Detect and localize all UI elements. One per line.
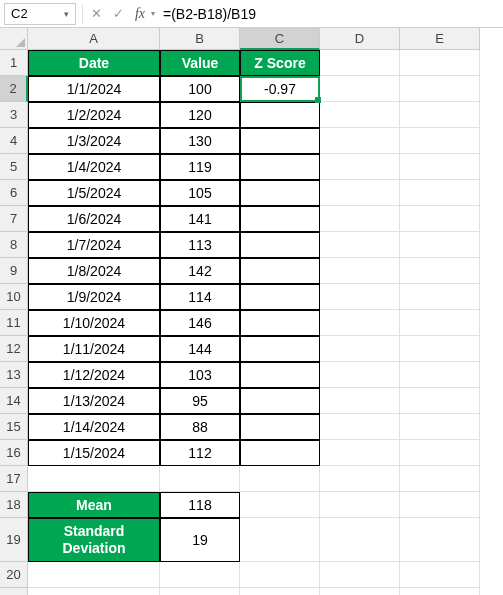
cell[interactable] (400, 258, 480, 284)
cell[interactable] (320, 362, 400, 388)
confirm-icon[interactable]: ✓ (107, 3, 129, 25)
cell[interactable] (400, 518, 480, 562)
cell[interactable]: 141 (160, 206, 240, 232)
cell[interactable]: 113 (160, 232, 240, 258)
cell[interactable] (400, 154, 480, 180)
cell[interactable] (28, 562, 160, 588)
cell[interactable]: 1/1/2024 (28, 76, 160, 102)
cell[interactable] (400, 50, 480, 76)
row-header[interactable]: 1 (0, 50, 28, 76)
cell-header-date[interactable]: Date (28, 50, 160, 76)
cell[interactable]: 1/5/2024 (28, 180, 160, 206)
row-header[interactable]: 10 (0, 284, 28, 310)
cell[interactable] (240, 284, 320, 310)
name-box[interactable]: C2 ▾ (4, 3, 76, 25)
cell[interactable] (160, 562, 240, 588)
cell[interactable] (320, 492, 400, 518)
cell[interactable]: 95 (160, 388, 240, 414)
cell[interactable] (400, 562, 480, 588)
cell[interactable] (160, 588, 240, 595)
cell[interactable] (240, 154, 320, 180)
cell[interactable] (400, 388, 480, 414)
cell[interactable] (240, 492, 320, 518)
cell[interactable]: 105 (160, 180, 240, 206)
cell[interactable] (240, 336, 320, 362)
row-header[interactable]: 16 (0, 440, 28, 466)
row-header[interactable]: 18 (0, 492, 28, 518)
row-header[interactable]: 19 (0, 518, 28, 562)
row-header[interactable]: 6 (0, 180, 28, 206)
cell[interactable] (400, 206, 480, 232)
select-all-corner[interactable] (0, 28, 28, 50)
cell[interactable]: 1/10/2024 (28, 310, 160, 336)
row-header[interactable]: 3 (0, 102, 28, 128)
cell[interactable] (400, 362, 480, 388)
cell[interactable] (240, 518, 320, 562)
row-header[interactable]: 9 (0, 258, 28, 284)
cell[interactable] (320, 128, 400, 154)
cell[interactable]: 119 (160, 154, 240, 180)
col-header-b[interactable]: B (160, 28, 240, 50)
cell[interactable]: 1/13/2024 (28, 388, 160, 414)
row-header[interactable]: 14 (0, 388, 28, 414)
cell[interactable] (320, 284, 400, 310)
cell[interactable]: -0.97 (240, 76, 320, 102)
cell[interactable]: 1/15/2024 (28, 440, 160, 466)
cell-sd-value[interactable]: 19 (160, 518, 240, 562)
cell[interactable] (320, 336, 400, 362)
cell[interactable] (320, 180, 400, 206)
cell[interactable] (28, 588, 160, 595)
cell[interactable] (320, 154, 400, 180)
cell[interactable] (240, 206, 320, 232)
cell[interactable] (400, 414, 480, 440)
row-header[interactable]: 12 (0, 336, 28, 362)
cell[interactable] (240, 102, 320, 128)
cell[interactable] (400, 284, 480, 310)
col-header-d[interactable]: D (320, 28, 400, 50)
col-header-e[interactable]: E (400, 28, 480, 50)
cell[interactable] (320, 76, 400, 102)
cell[interactable] (240, 466, 320, 492)
cell[interactable] (400, 102, 480, 128)
row-header[interactable]: 13 (0, 362, 28, 388)
cell[interactable] (240, 258, 320, 284)
cell[interactable]: 1/2/2024 (28, 102, 160, 128)
cell[interactable] (240, 362, 320, 388)
cell[interactable]: 1/4/2024 (28, 154, 160, 180)
row-header[interactable]: 11 (0, 310, 28, 336)
cell[interactable] (400, 440, 480, 466)
formula-input[interactable] (157, 3, 503, 25)
cell[interactable]: 142 (160, 258, 240, 284)
cell[interactable] (320, 466, 400, 492)
cell[interactable] (400, 232, 480, 258)
cell[interactable] (240, 388, 320, 414)
cell[interactable] (400, 310, 480, 336)
cell[interactable]: 103 (160, 362, 240, 388)
cell-header-zscore[interactable]: Z Score (240, 50, 320, 76)
cell[interactable] (320, 206, 400, 232)
cell[interactable]: 112 (160, 440, 240, 466)
cell[interactable] (240, 414, 320, 440)
row-header[interactable]: 21 (0, 588, 28, 595)
cell-header-value[interactable]: Value (160, 50, 240, 76)
cell-sd-label[interactable]: Standard Deviation (28, 518, 160, 562)
cell[interactable] (240, 128, 320, 154)
cell[interactable] (400, 76, 480, 102)
cell[interactable]: 1/11/2024 (28, 336, 160, 362)
cell[interactable]: 120 (160, 102, 240, 128)
cell[interactable] (320, 310, 400, 336)
cell[interactable] (320, 50, 400, 76)
cell[interactable]: 1/12/2024 (28, 362, 160, 388)
cell[interactable] (400, 466, 480, 492)
cell[interactable] (400, 128, 480, 154)
cell[interactable] (320, 258, 400, 284)
cell[interactable] (28, 466, 160, 492)
row-header[interactable]: 7 (0, 206, 28, 232)
chevron-down-icon[interactable]: ▾ (151, 9, 155, 18)
cell[interactable] (320, 518, 400, 562)
cell[interactable] (240, 232, 320, 258)
cell[interactable]: 130 (160, 128, 240, 154)
cell[interactable]: 1/14/2024 (28, 414, 160, 440)
row-header[interactable]: 5 (0, 154, 28, 180)
cell[interactable]: 1/7/2024 (28, 232, 160, 258)
